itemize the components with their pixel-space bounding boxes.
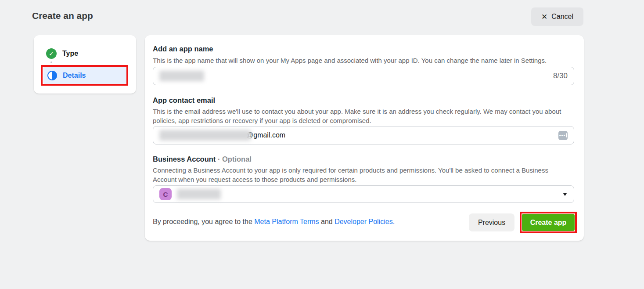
redacted-app-name-value xyxy=(159,71,204,81)
redacted-email-value xyxy=(159,130,251,141)
agreement-text: By proceeding, you agree to the Meta Pla… xyxy=(153,218,395,226)
business-account-heading-text: Business Account xyxy=(153,155,216,163)
business-account-description: Connecting a Business Account to your ap… xyxy=(153,166,565,184)
page-title: Create an app xyxy=(32,11,93,21)
contact-email-description: This is the email address we'll use to c… xyxy=(153,107,565,125)
agreement-prefix: By proceeding, you agree to the xyxy=(153,218,254,225)
app-name-description: This is the app name that will show on y… xyxy=(153,56,565,65)
create-app-button[interactable]: Create app xyxy=(522,214,575,231)
chevron-down-icon: ▼ xyxy=(561,191,568,197)
cancel-button-label: Cancel xyxy=(551,13,573,21)
app-name-input[interactable]: 8/30 xyxy=(153,67,574,85)
contact-email-input[interactable]: @gmail.com ••• xyxy=(153,126,574,144)
optional-label: · Optional xyxy=(218,155,252,163)
previous-button[interactable]: Previous xyxy=(469,213,514,231)
agreement-middle: and xyxy=(319,218,335,225)
cancel-button[interactable]: ✕ Cancel xyxy=(531,7,583,26)
stepper-step-details[interactable]: Details xyxy=(43,67,127,84)
stepper-connector-dot xyxy=(50,61,52,63)
email-visible-suffix: @gmail.com xyxy=(246,131,285,139)
app-name-heading: Add an app name xyxy=(153,45,213,53)
autofill-extension-icon[interactable]: ••• xyxy=(558,131,568,140)
step-details-label: Details xyxy=(63,72,86,79)
redacted-business-account-name xyxy=(177,189,221,199)
ellipsis-glyph: ••• xyxy=(559,133,566,138)
business-account-select[interactable]: C ▼ xyxy=(153,185,574,203)
meta-platform-terms-link[interactable]: Meta Platform Terms xyxy=(254,218,319,225)
check-glyph: ✓ xyxy=(49,50,54,57)
close-icon: ✕ xyxy=(541,13,547,21)
business-account-heading: Business Account · Optional xyxy=(153,155,252,163)
business-account-avatar: C xyxy=(159,188,172,200)
step-complete-check-icon: ✓ xyxy=(46,48,57,59)
create-app-form-card: Add an app name This is the app name tha… xyxy=(145,35,584,241)
developer-policies-link[interactable]: Developer Policies. xyxy=(335,218,395,225)
stepper-card: ✓ Type Details xyxy=(34,35,136,94)
char-counter: 8/30 xyxy=(553,72,568,80)
step-type-label: Type xyxy=(62,50,78,58)
cursor-bar-glyph xyxy=(566,133,567,137)
contact-email-heading: App contact email xyxy=(153,96,215,105)
step-in-progress-icon xyxy=(47,71,57,80)
stepper-step-type[interactable]: ✓ Type xyxy=(46,48,78,59)
